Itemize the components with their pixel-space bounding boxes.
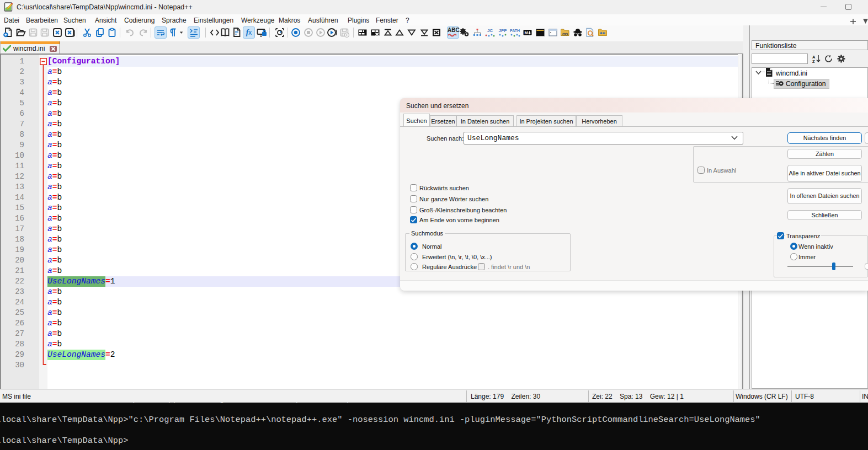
svg-text:Z: Z xyxy=(812,59,815,63)
svg-text:M: M xyxy=(525,30,528,35)
